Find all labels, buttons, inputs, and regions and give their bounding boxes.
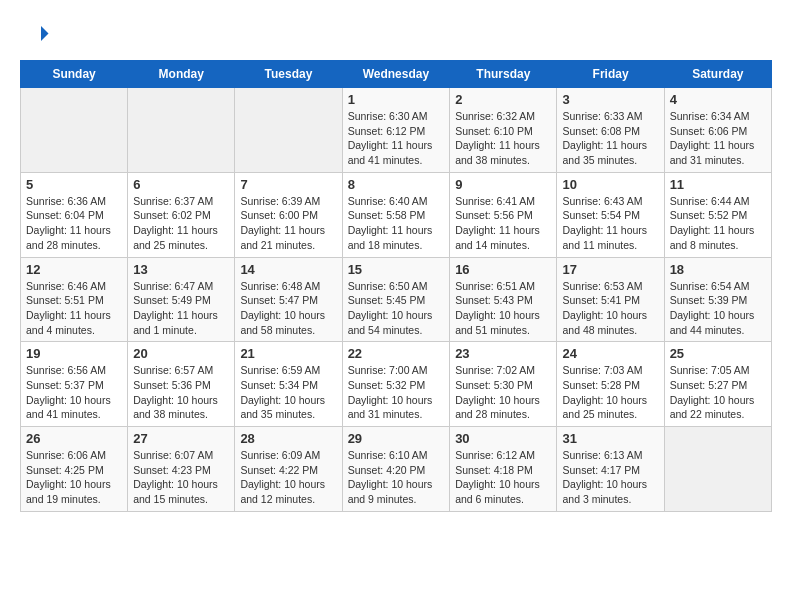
week-row-5: 26Sunrise: 6:06 AMSunset: 4:25 PMDayligh… <box>21 427 772 512</box>
day-number: 26 <box>26 431 122 446</box>
header-day-saturday: Saturday <box>664 61 771 88</box>
day-cell: 7Sunrise: 6:39 AMSunset: 6:00 PMDaylight… <box>235 172 342 257</box>
logo <box>20 20 54 50</box>
day-cell <box>664 427 771 512</box>
day-info: Sunrise: 6:10 AMSunset: 4:20 PMDaylight:… <box>348 448 445 507</box>
day-info: Sunrise: 6:32 AMSunset: 6:10 PMDaylight:… <box>455 109 551 168</box>
day-cell: 29Sunrise: 6:10 AMSunset: 4:20 PMDayligh… <box>342 427 450 512</box>
day-cell: 4Sunrise: 6:34 AMSunset: 6:06 PMDaylight… <box>664 88 771 173</box>
header-day-tuesday: Tuesday <box>235 61 342 88</box>
day-number: 24 <box>562 346 658 361</box>
day-cell: 31Sunrise: 6:13 AMSunset: 4:17 PMDayligh… <box>557 427 664 512</box>
day-number: 7 <box>240 177 336 192</box>
day-number: 13 <box>133 262 229 277</box>
day-number: 3 <box>562 92 658 107</box>
day-number: 22 <box>348 346 445 361</box>
week-row-2: 5Sunrise: 6:36 AMSunset: 6:04 PMDaylight… <box>21 172 772 257</box>
day-cell <box>21 88 128 173</box>
day-info: Sunrise: 7:00 AMSunset: 5:32 PMDaylight:… <box>348 363 445 422</box>
day-cell: 13Sunrise: 6:47 AMSunset: 5:49 PMDayligh… <box>128 257 235 342</box>
calendar-body: 1Sunrise: 6:30 AMSunset: 6:12 PMDaylight… <box>21 88 772 512</box>
day-info: Sunrise: 6:54 AMSunset: 5:39 PMDaylight:… <box>670 279 766 338</box>
header-day-thursday: Thursday <box>450 61 557 88</box>
day-number: 4 <box>670 92 766 107</box>
day-info: Sunrise: 7:05 AMSunset: 5:27 PMDaylight:… <box>670 363 766 422</box>
day-info: Sunrise: 6:37 AMSunset: 6:02 PMDaylight:… <box>133 194 229 253</box>
day-cell: 15Sunrise: 6:50 AMSunset: 5:45 PMDayligh… <box>342 257 450 342</box>
day-cell: 12Sunrise: 6:46 AMSunset: 5:51 PMDayligh… <box>21 257 128 342</box>
logo-icon <box>20 20 50 50</box>
day-info: Sunrise: 6:47 AMSunset: 5:49 PMDaylight:… <box>133 279 229 338</box>
day-number: 6 <box>133 177 229 192</box>
day-number: 10 <box>562 177 658 192</box>
day-cell: 1Sunrise: 6:30 AMSunset: 6:12 PMDaylight… <box>342 88 450 173</box>
day-cell: 30Sunrise: 6:12 AMSunset: 4:18 PMDayligh… <box>450 427 557 512</box>
day-info: Sunrise: 6:59 AMSunset: 5:34 PMDaylight:… <box>240 363 336 422</box>
day-cell: 24Sunrise: 7:03 AMSunset: 5:28 PMDayligh… <box>557 342 664 427</box>
day-info: Sunrise: 7:03 AMSunset: 5:28 PMDaylight:… <box>562 363 658 422</box>
day-cell: 16Sunrise: 6:51 AMSunset: 5:43 PMDayligh… <box>450 257 557 342</box>
day-cell: 3Sunrise: 6:33 AMSunset: 6:08 PMDaylight… <box>557 88 664 173</box>
day-cell: 14Sunrise: 6:48 AMSunset: 5:47 PMDayligh… <box>235 257 342 342</box>
day-info: Sunrise: 6:40 AMSunset: 5:58 PMDaylight:… <box>348 194 445 253</box>
day-cell <box>128 88 235 173</box>
day-info: Sunrise: 6:53 AMSunset: 5:41 PMDaylight:… <box>562 279 658 338</box>
day-number: 16 <box>455 262 551 277</box>
day-number: 23 <box>455 346 551 361</box>
day-number: 8 <box>348 177 445 192</box>
day-info: Sunrise: 6:06 AMSunset: 4:25 PMDaylight:… <box>26 448 122 507</box>
day-cell: 23Sunrise: 7:02 AMSunset: 5:30 PMDayligh… <box>450 342 557 427</box>
day-number: 29 <box>348 431 445 446</box>
header-day-monday: Monday <box>128 61 235 88</box>
day-number: 14 <box>240 262 336 277</box>
day-cell: 6Sunrise: 6:37 AMSunset: 6:02 PMDaylight… <box>128 172 235 257</box>
day-number: 1 <box>348 92 445 107</box>
day-info: Sunrise: 6:46 AMSunset: 5:51 PMDaylight:… <box>26 279 122 338</box>
day-number: 21 <box>240 346 336 361</box>
day-number: 18 <box>670 262 766 277</box>
week-row-3: 12Sunrise: 6:46 AMSunset: 5:51 PMDayligh… <box>21 257 772 342</box>
day-info: Sunrise: 6:13 AMSunset: 4:17 PMDaylight:… <box>562 448 658 507</box>
day-cell: 27Sunrise: 6:07 AMSunset: 4:23 PMDayligh… <box>128 427 235 512</box>
header-day-wednesday: Wednesday <box>342 61 450 88</box>
day-cell: 25Sunrise: 7:05 AMSunset: 5:27 PMDayligh… <box>664 342 771 427</box>
day-info: Sunrise: 6:43 AMSunset: 5:54 PMDaylight:… <box>562 194 658 253</box>
day-cell: 21Sunrise: 6:59 AMSunset: 5:34 PMDayligh… <box>235 342 342 427</box>
day-cell <box>235 88 342 173</box>
day-cell: 10Sunrise: 6:43 AMSunset: 5:54 PMDayligh… <box>557 172 664 257</box>
day-info: Sunrise: 6:36 AMSunset: 6:04 PMDaylight:… <box>26 194 122 253</box>
day-number: 17 <box>562 262 658 277</box>
calendar-header: SundayMondayTuesdayWednesdayThursdayFrid… <box>21 61 772 88</box>
header-day-sunday: Sunday <box>21 61 128 88</box>
header-day-friday: Friday <box>557 61 664 88</box>
day-number: 31 <box>562 431 658 446</box>
day-info: Sunrise: 6:12 AMSunset: 4:18 PMDaylight:… <box>455 448 551 507</box>
day-cell: 5Sunrise: 6:36 AMSunset: 6:04 PMDaylight… <box>21 172 128 257</box>
day-info: Sunrise: 6:50 AMSunset: 5:45 PMDaylight:… <box>348 279 445 338</box>
day-cell: 11Sunrise: 6:44 AMSunset: 5:52 PMDayligh… <box>664 172 771 257</box>
day-info: Sunrise: 6:41 AMSunset: 5:56 PMDaylight:… <box>455 194 551 253</box>
header-row: SundayMondayTuesdayWednesdayThursdayFrid… <box>21 61 772 88</box>
day-cell: 28Sunrise: 6:09 AMSunset: 4:22 PMDayligh… <box>235 427 342 512</box>
day-info: Sunrise: 7:02 AMSunset: 5:30 PMDaylight:… <box>455 363 551 422</box>
day-info: Sunrise: 6:51 AMSunset: 5:43 PMDaylight:… <box>455 279 551 338</box>
day-info: Sunrise: 6:39 AMSunset: 6:00 PMDaylight:… <box>240 194 336 253</box>
day-info: Sunrise: 6:56 AMSunset: 5:37 PMDaylight:… <box>26 363 122 422</box>
day-cell: 26Sunrise: 6:06 AMSunset: 4:25 PMDayligh… <box>21 427 128 512</box>
day-cell: 19Sunrise: 6:56 AMSunset: 5:37 PMDayligh… <box>21 342 128 427</box>
day-info: Sunrise: 6:07 AMSunset: 4:23 PMDaylight:… <box>133 448 229 507</box>
day-info: Sunrise: 6:30 AMSunset: 6:12 PMDaylight:… <box>348 109 445 168</box>
day-cell: 18Sunrise: 6:54 AMSunset: 5:39 PMDayligh… <box>664 257 771 342</box>
day-number: 25 <box>670 346 766 361</box>
day-number: 2 <box>455 92 551 107</box>
day-cell: 20Sunrise: 6:57 AMSunset: 5:36 PMDayligh… <box>128 342 235 427</box>
day-cell: 9Sunrise: 6:41 AMSunset: 5:56 PMDaylight… <box>450 172 557 257</box>
day-info: Sunrise: 6:48 AMSunset: 5:47 PMDaylight:… <box>240 279 336 338</box>
calendar-table: SundayMondayTuesdayWednesdayThursdayFrid… <box>20 60 772 512</box>
page-header <box>20 20 772 50</box>
day-number: 30 <box>455 431 551 446</box>
day-number: 19 <box>26 346 122 361</box>
day-cell: 8Sunrise: 6:40 AMSunset: 5:58 PMDaylight… <box>342 172 450 257</box>
day-info: Sunrise: 6:57 AMSunset: 5:36 PMDaylight:… <box>133 363 229 422</box>
day-number: 12 <box>26 262 122 277</box>
